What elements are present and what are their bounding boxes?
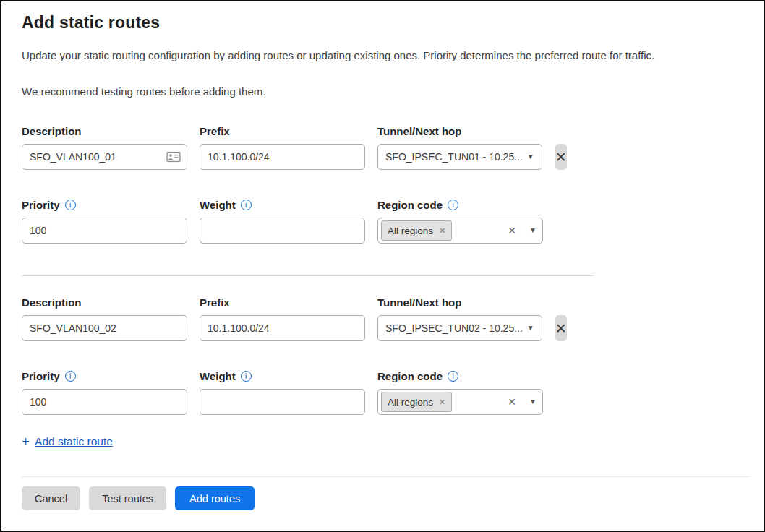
description-input[interactable] (22, 315, 187, 341)
region-code-multiselect[interactable]: All regions ✕ ✕ ▼ (377, 218, 543, 244)
prefix-label: Prefix (200, 296, 365, 309)
tunnel-next-hop-select[interactable]: SFO_IPSEC_TUN02 - 10.25... ▼ (377, 315, 542, 341)
region-chip: All regions ✕ (381, 392, 452, 412)
region-code-info-icon[interactable]: i (448, 371, 458, 382)
weight-label: Weight (200, 199, 236, 211)
region-code-label: Region code (377, 199, 443, 211)
weight-label: Weight (200, 370, 236, 382)
cancel-button[interactable]: Cancel (22, 486, 80, 510)
tunnel-selected-value: SFO_IPSEC_TUN01 - 10.25... (385, 151, 523, 163)
region-chip: All regions ✕ (381, 220, 452, 241)
dialog-description: Update your static routing configuration… (22, 48, 743, 63)
contact-card-autofill-icon[interactable] (166, 152, 181, 163)
tunnel-next-hop-label: Tunnel/Next hop (377, 125, 543, 137)
add-static-routes-dialog: Add static routes Update your static rou… (0, 0, 765, 532)
weight-info-icon[interactable]: i (241, 371, 252, 382)
priority-input[interactable] (22, 389, 187, 415)
page-title: Add static routes (22, 13, 743, 33)
add-static-route-link[interactable]: Add static route (35, 435, 113, 448)
weight-info-icon[interactable]: i (241, 200, 252, 210)
plus-icon: + (22, 434, 30, 448)
description-input[interactable] (22, 144, 187, 170)
route-divider (22, 275, 594, 276)
prefix-label: Prefix (200, 125, 365, 137)
chevron-down-icon: ▼ (527, 153, 534, 160)
description-label: Description (22, 296, 187, 309)
chevron-down-icon: ▼ (529, 227, 537, 234)
priority-info-icon[interactable]: i (65, 200, 76, 210)
remove-route-button[interactable]: ✕ (555, 144, 567, 170)
weight-input[interactable] (200, 218, 365, 244)
chevron-down-icon: ▼ (529, 398, 537, 406)
clear-selection-icon[interactable]: ✕ (508, 397, 516, 407)
priority-info-icon[interactable]: i (65, 371, 76, 382)
prefix-input[interactable] (200, 144, 365, 170)
priority-label: Priority (22, 199, 60, 211)
region-code-info-icon[interactable]: i (448, 200, 458, 210)
dialog-recommendation: We recommend testing routes before addin… (22, 85, 743, 99)
region-chip-remove-icon[interactable]: ✕ (439, 398, 445, 406)
region-chip-label: All regions (388, 397, 433, 408)
route-row-1: Description Prefix Tunnel/Next hop (22, 125, 743, 244)
footer-divider (22, 476, 750, 477)
tunnel-selected-value: SFO_IPSEC_TUN02 - 10.25... (385, 322, 523, 334)
description-label: Description (22, 125, 187, 137)
remove-route-button[interactable]: ✕ (555, 315, 567, 341)
priority-label: Priority (22, 370, 60, 382)
region-code-label: Region code (377, 370, 443, 382)
footer-actions: Cancel Test routes Add routes (22, 486, 743, 510)
prefix-input[interactable] (200, 315, 365, 341)
test-routes-button[interactable]: Test routes (89, 486, 166, 510)
chevron-down-icon: ▼ (527, 325, 534, 332)
region-chip-label: All regions (388, 226, 433, 236)
region-code-multiselect[interactable]: All regions ✕ ✕ ▼ (377, 389, 543, 415)
tunnel-next-hop-select[interactable]: SFO_IPSEC_TUN01 - 10.25... ▼ (377, 144, 542, 170)
clear-selection-icon[interactable]: ✕ (508, 226, 516, 236)
region-chip-remove-icon[interactable]: ✕ (439, 227, 445, 235)
route-row-2: Description Prefix Tunnel/Next hop (22, 296, 743, 415)
weight-input[interactable] (200, 389, 365, 415)
add-routes-button[interactable]: Add routes (175, 486, 255, 510)
priority-input[interactable] (22, 218, 187, 244)
tunnel-next-hop-label: Tunnel/Next hop (377, 296, 543, 309)
